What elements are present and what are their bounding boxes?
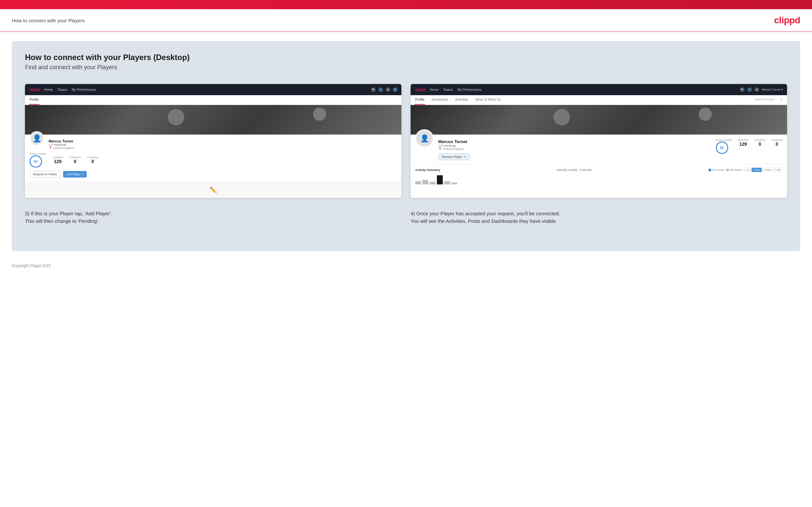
description-block-3: 3) If this is your Player tap, 'Add Play… (25, 210, 401, 225)
tab-profile-1[interactable]: Profile (29, 95, 39, 105)
remove-x-icon: ✕ (463, 155, 466, 159)
clippd-logo: clippd (774, 15, 800, 25)
section-subheading: Find and connect with your Players (25, 64, 787, 71)
section-heading: How to connect with your Players (Deskto… (25, 53, 787, 62)
profile-location-1: 📍 United Kingdom (49, 146, 397, 150)
profile-name-2: Marcus Turner (438, 139, 711, 144)
profile-avatar-row-2: 👤 Marcus Turner 1-5 Handicap 📍 United Ki… (415, 138, 782, 160)
tab-activities-2[interactable]: Activities (454, 95, 468, 105)
legend-on-course: On course (709, 168, 724, 171)
mini-chart (415, 175, 782, 184)
app-logo-2: clippd (414, 88, 425, 92)
profile-dropdown[interactable]: Marcus Turner ▾ (762, 88, 783, 91)
profile-info-1: 👤 Marcus Turner 1-5 Handicap 📍 United Ki… (25, 134, 401, 181)
activity-header: Activity Summary Monthly Activity · 6 Mo… (415, 168, 782, 172)
dropdown-chevron-icon: ▾ (781, 88, 783, 91)
settings-icon-1[interactable]: ⚙ (386, 87, 390, 92)
tab-dashboard-2[interactable]: Dashboard (431, 95, 448, 105)
profile-stats-row-2: Player Quality 92 Activities 129 Followe… (716, 138, 782, 154)
user-icon-1[interactable]: 👤 (378, 87, 383, 92)
nav-myperformance-1[interactable]: My Performance (72, 88, 96, 92)
bar-5 (444, 181, 450, 184)
quality-circle-2: 92 (716, 142, 728, 154)
app-logo-1: clippd (29, 88, 39, 92)
avatar-1: 👤 (30, 131, 44, 146)
period-1mth[interactable]: 1 mth (773, 168, 782, 172)
quality-label-1: Player Quality (30, 152, 46, 155)
bar-6 (451, 182, 457, 184)
footer: Copyright Clippd 2022 (0, 260, 812, 271)
stat-activities-2: Activities 129 (738, 138, 748, 154)
profile-banner-2 (411, 105, 787, 134)
dropdown-label: Marcus Turner (762, 88, 781, 91)
avatar-2: 👤 (415, 129, 434, 148)
quality-block-2: Player Quality 92 (716, 138, 732, 154)
page-header: How to connect with your Players clippd (0, 9, 812, 32)
quality-block-1: Player Quality 92 (30, 152, 46, 168)
profile-handicap-2: 1-5 Handicap (438, 144, 711, 147)
location-icon-2: 📍 (438, 147, 442, 151)
profile-stats-right: Player Quality 92 Activities 129 Followe… (716, 138, 782, 154)
descriptions-row: 3) If this is your Player tap, 'Add Play… (25, 210, 787, 225)
search-icon-2[interactable]: 🔍 (740, 87, 745, 92)
banner-circle-3 (554, 109, 570, 125)
stat-followers-1: Followers 0 (69, 156, 81, 164)
nav-home-2[interactable]: Home (429, 88, 439, 92)
profile-name-1: Marcus Turner (49, 139, 397, 143)
nav-home-1[interactable]: Home (44, 88, 53, 92)
banner-image-1 (25, 105, 401, 134)
edit-icon-1: ✏️ (210, 186, 217, 193)
legend-off-course: Off course (726, 168, 742, 171)
settings-icon-2[interactable]: ⚙ (755, 87, 759, 92)
period-3mths[interactable]: 3 mths (762, 168, 773, 172)
screenshot-bottom-1: ✏️ (25, 181, 401, 198)
stat-followers-2: Followers 0 (754, 138, 765, 154)
stat-following-1: Following 0 (87, 156, 99, 164)
footer-text: Copyright Clippd 2022 (12, 264, 51, 268)
banner-circle-1 (168, 109, 184, 125)
remove-player-container: Remove Player ✕ (438, 153, 711, 160)
description-text-4: 4) Once your Player has accepted your re… (411, 210, 787, 225)
bar-2 (422, 180, 428, 184)
top-bar (0, 0, 812, 9)
activity-title: Activity Summary (415, 168, 440, 172)
nav-myperformance-2[interactable]: My Performance (458, 88, 481, 92)
profile-info-2: 👤 Marcus Turner 1-5 Handicap 📍 United Ki… (411, 134, 787, 164)
period-1yr[interactable]: 1 yr (744, 168, 751, 172)
on-course-dot (709, 169, 711, 171)
profile-banner-1 (25, 105, 401, 134)
search-icon-1[interactable]: 🔍 (371, 87, 376, 92)
profile-handicap-1: 1-5 Handicap (49, 143, 397, 146)
bar-4 (437, 175, 443, 184)
description-text-3: 3) If this is your Player tap, 'Add Play… (25, 210, 401, 225)
banner-image-2 (411, 105, 787, 134)
app-tabbar-2: Profile Dashboard Activities What To Wor… (411, 95, 787, 105)
app-tabbar-1: Profile (25, 95, 401, 105)
profile-location-2: 📍 United Kingdom (438, 147, 711, 151)
globe-icon-1[interactable]: 🌐 (393, 87, 398, 92)
nav-teams-2[interactable]: Teams (443, 88, 453, 92)
page-title: How to connect with your Players (12, 18, 85, 23)
remove-player-button[interactable]: Remove Player ✕ (438, 153, 470, 160)
screenshots-row: clippd Home Teams My Performance 🔍 👤 ⚙ 🌐… (25, 84, 787, 198)
add-player-button[interactable]: Add Player + (63, 171, 87, 177)
banner-circle-2 (313, 108, 326, 121)
location-icon-1: 📍 (49, 146, 52, 150)
app-navbar-1: clippd Home Teams My Performance 🔍 👤 ⚙ 🌐 (25, 84, 401, 95)
avatar-icon-2: 👤 (420, 134, 429, 143)
tab-profile-2[interactable]: Profile (414, 95, 425, 105)
main-content: How to connect with your Players (Deskto… (12, 41, 800, 251)
nav-icons-2: 🔍 👤 ⚙ Marcus Turner ▾ (740, 87, 783, 92)
user-icon-2[interactable]: 👤 (747, 87, 752, 92)
period-6mths[interactable]: 6 mths (752, 168, 762, 172)
request-follow-button[interactable]: Request to Follow (30, 171, 60, 177)
tab-what-to-work-on[interactable]: What To Work On (475, 95, 502, 105)
bar-1 (415, 181, 421, 184)
profile-details-1: Marcus Turner 1-5 Handicap 📍 United King… (49, 139, 397, 150)
activity-period: Monthly Activity · 6 Months (557, 168, 592, 172)
avatar-icon-1: 👤 (33, 134, 41, 143)
nav-teams-1[interactable]: Teams (57, 88, 67, 92)
profile-avatar-row-1: 👤 Marcus Turner 1-5 Handicap 📍 United Ki… (30, 138, 397, 150)
period-buttons: 1 yr 6 mths 3 mths 1 mth (744, 168, 782, 172)
profile-actions-1: Request to Follow Add Player + (30, 171, 397, 177)
